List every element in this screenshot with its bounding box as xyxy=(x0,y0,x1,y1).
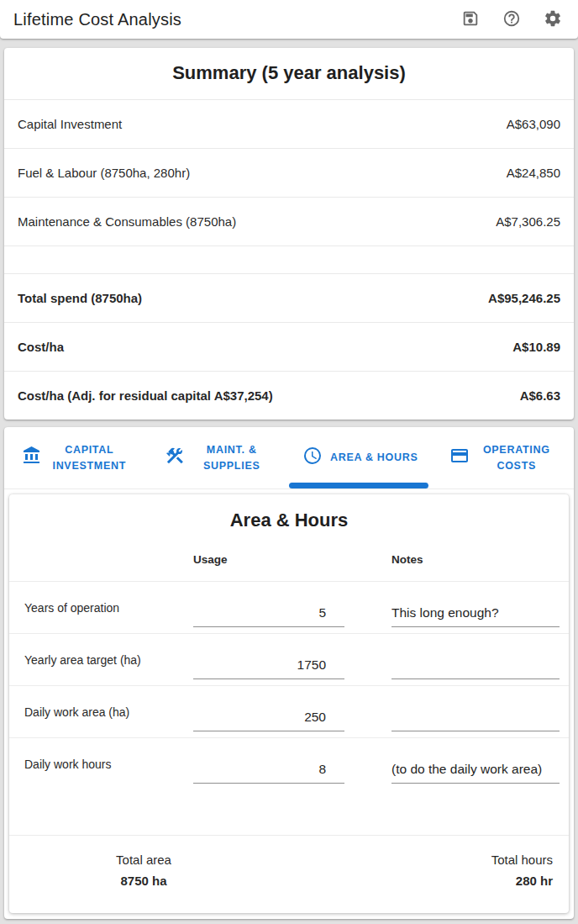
daily-work-hours-note-input[interactable] xyxy=(391,762,560,784)
total-hours-value: 280 hr xyxy=(491,870,553,891)
daily-work-area-note-input[interactable] xyxy=(391,710,560,731)
summary-row-label: Cost/ha xyxy=(18,340,64,354)
clock-icon xyxy=(302,446,323,471)
summary-row-cost-per-ha-adjusted: Cost/ha (Adj. for residual capital A$37,… xyxy=(4,371,574,420)
tab-maint-supplies[interactable]: MAINT. & SUPPLIES xyxy=(147,427,290,488)
detail-card: CAPITAL INVESTMENT MAINT. & SUPPLIES ARE… xyxy=(4,427,574,919)
total-area-block: Total area 8750 ha xyxy=(9,849,278,891)
field-label: Daily work area (ha) xyxy=(24,705,193,719)
active-tab-indicator xyxy=(289,483,428,488)
tab-label: CAPITAL INVESTMENT xyxy=(50,442,129,474)
total-hours-block: Total hours 280 hr xyxy=(491,849,553,891)
summary-row-label: Capital Investment xyxy=(18,117,122,131)
tab-capital-investment[interactable]: CAPITAL INVESTMENT xyxy=(4,427,147,488)
summary-card: Summary (5 year analysis) Capital Invest… xyxy=(4,48,574,420)
row-daily-work-hours: Daily work hours xyxy=(9,737,569,789)
tab-area-hours[interactable]: AREA & HOURS xyxy=(289,427,432,488)
summary-row-total-spend: Total spend (8750ha) A$95,246.25 xyxy=(4,273,574,322)
daily-work-area-input[interactable] xyxy=(193,710,344,731)
help-button[interactable] xyxy=(502,9,522,29)
field-label: Years of operation xyxy=(24,601,193,615)
summary-row-label: Total spend (8750ha) xyxy=(18,291,142,305)
field-label: Daily work hours xyxy=(24,758,193,771)
summary-row-maintenance: Maintenance & Consumables (8750ha) A$7,3… xyxy=(4,197,574,246)
usage-column-header: Usage xyxy=(193,553,344,566)
yearly-area-target-note-input[interactable] xyxy=(391,657,560,679)
years-of-operation-input[interactable] xyxy=(193,605,344,627)
help-icon xyxy=(502,9,521,30)
summary-row-value: A$10.89 xyxy=(512,340,560,354)
header-actions xyxy=(460,9,563,29)
summary-row-value: A$95,246.25 xyxy=(488,291,560,305)
credit-card-icon xyxy=(449,446,470,471)
summary-row-cost-per-ha: Cost/ha A$10.89 xyxy=(4,322,574,371)
summary-row-value: A$63,090 xyxy=(507,117,560,131)
tab-operating-costs[interactable]: OPERATING COSTS xyxy=(432,427,575,488)
bank-icon xyxy=(22,446,42,471)
summary-row-fuel-labour: Fuel & Labour (8750ha, 280hr) A$24,850 xyxy=(4,148,574,197)
gear-icon xyxy=(544,9,562,30)
spacer xyxy=(9,789,569,835)
tab-label: MAINT. & SUPPLIES xyxy=(192,442,271,474)
row-years-of-operation: Years of operation xyxy=(9,581,569,633)
summary-row-value: A$24,850 xyxy=(507,166,560,180)
total-area-label: Total area xyxy=(9,849,278,870)
row-daily-work-area: Daily work area (ha) xyxy=(9,685,569,737)
summary-spacer-row xyxy=(4,246,574,273)
summary-row-capital: Capital Investment A$63,090 xyxy=(4,99,574,148)
daily-work-hours-input[interactable] xyxy=(193,762,344,784)
row-yearly-area-target: Yearly area target (ha) xyxy=(9,633,569,685)
summary-row-label: Maintenance & Consumables (8750ha) xyxy=(18,214,236,229)
total-hours-label: Total hours xyxy=(491,849,553,870)
columns-header: Usage Notes xyxy=(9,553,569,581)
totals-footer: Total area 8750 ha Total hours 280 hr xyxy=(9,835,569,913)
area-hours-title: Area & Hours xyxy=(9,494,569,531)
summary-row-value: A$6.63 xyxy=(520,388,560,403)
tab-bar: CAPITAL INVESTMENT MAINT. & SUPPLIES ARE… xyxy=(4,427,574,489)
area-hours-card: Area & Hours Usage Notes Years of operat… xyxy=(9,494,569,913)
summary-row-label: Cost/ha (Adj. for residual capital A$37,… xyxy=(18,388,273,403)
save-icon xyxy=(461,9,480,30)
yearly-area-target-input[interactable] xyxy=(193,657,344,679)
settings-button[interactable] xyxy=(543,9,563,29)
hammer-wrench-icon xyxy=(165,446,185,471)
save-button[interactable] xyxy=(460,9,481,29)
field-label: Yearly area target (ha) xyxy=(24,653,193,667)
total-area-value: 8750 ha xyxy=(9,870,278,891)
app-header: Lifetime Cost Analysis xyxy=(0,0,578,39)
tab-label: OPERATING COSTS xyxy=(477,442,556,474)
years-of-operation-note-input[interactable] xyxy=(391,605,560,627)
page-title: Lifetime Cost Analysis xyxy=(13,10,181,29)
summary-title: Summary (5 year analysis) xyxy=(4,48,574,99)
summary-row-label: Fuel & Labour (8750ha, 280hr) xyxy=(18,166,190,180)
summary-row-value: A$7,306.25 xyxy=(496,214,560,229)
tab-label: AREA & HOURS xyxy=(330,450,418,466)
notes-column-header: Notes xyxy=(391,553,553,566)
